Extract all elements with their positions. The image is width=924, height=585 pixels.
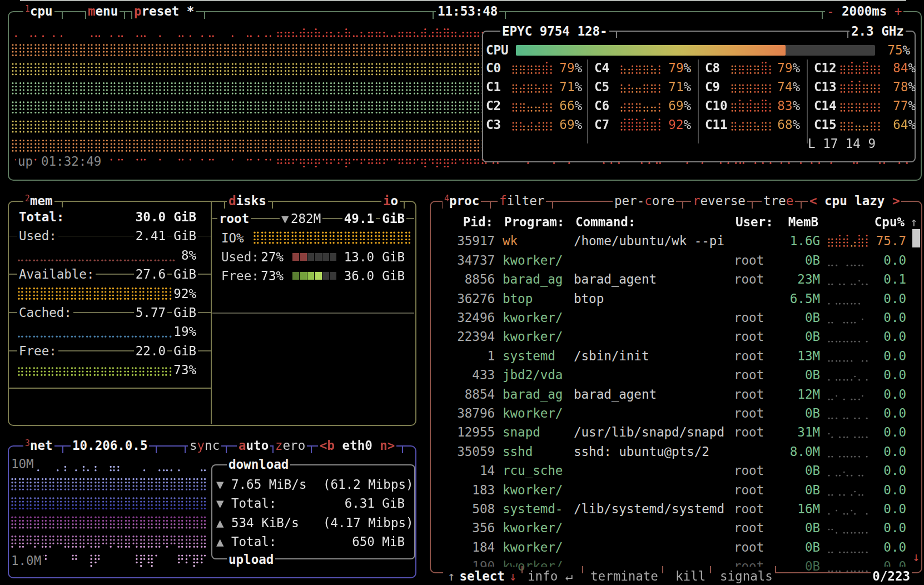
- proc-pid: 34737: [457, 251, 495, 270]
- net-dir-icon: ▲: [215, 532, 226, 551]
- core-percent-sign: %: [792, 80, 800, 94]
- option-pre: tre: [763, 194, 786, 208]
- proc-user: root: [734, 251, 764, 270]
- core-pct-number: 78: [893, 80, 908, 94]
- net-next-iface-button[interactable]: n>: [380, 438, 395, 453]
- proc-mem: 0B: [805, 308, 820, 327]
- cpu-frequency: 2.3 GHz: [850, 22, 906, 41]
- proc-box-title[interactable]: 4proc: [443, 191, 481, 212]
- core-percent-sign: %: [574, 98, 582, 113]
- disk-used-value: 13.0: [342, 247, 376, 266]
- net-sync-button[interactable]: sync: [188, 436, 221, 455]
- mem-row-value: 5.77: [134, 303, 167, 322]
- core-percent-sign: %: [574, 80, 582, 94]
- sort-next-button[interactable]: >: [892, 194, 900, 208]
- option-post: ilter: [507, 194, 545, 208]
- proc-pid: 433: [472, 365, 495, 384]
- footer-stub: [521, 566, 523, 573]
- proc-header-mem[interactable]: MemB: [787, 212, 820, 231]
- core-label-c1: C1: [484, 77, 503, 96]
- proc-pid: 35917: [457, 231, 495, 250]
- proc-program: kworker/: [503, 327, 563, 346]
- proc-user: root: [734, 365, 764, 384]
- io-title[interactable]: io: [381, 191, 400, 210]
- footer-stub: [775, 566, 776, 573]
- core-pct-number: 74: [777, 80, 792, 94]
- proc-program: barad_ag: [503, 385, 563, 404]
- net-zero-button[interactable]: zero: [274, 436, 307, 455]
- core-graph-c0: [511, 60, 555, 76]
- core-graph-c7: [620, 116, 663, 133]
- core-value-c0: 79%: [558, 58, 584, 77]
- proc-header-program[interactable]: Program:: [503, 212, 566, 231]
- proc-user: root: [734, 404, 764, 423]
- proc-program: btop: [503, 289, 533, 308]
- disk-free-pct: 73%: [259, 266, 285, 285]
- proc-command: btop: [574, 289, 604, 308]
- core-label-c8: C8: [703, 58, 722, 77]
- proc-info-enter-icon: ↵: [558, 569, 573, 583]
- interval-control: -2000ms+: [825, 2, 903, 21]
- proc-cpu: 0.1: [883, 270, 906, 289]
- proc-header-pid[interactable]: Pid:: [461, 212, 495, 231]
- core-label-c11: C11: [703, 115, 729, 134]
- proc-info-button[interactable]: info↵: [526, 567, 574, 585]
- proc-mem: 0B: [805, 404, 820, 423]
- menu-button[interactable]: menu: [86, 2, 120, 21]
- core-pct-number: 64: [893, 117, 908, 132]
- preset-label: reset *: [142, 4, 195, 18]
- disks-title[interactable]: disks: [227, 191, 268, 210]
- border-stub: [272, 201, 273, 209]
- preset-button[interactable]: preset *: [132, 2, 196, 21]
- reverse-button[interactable]: reverse: [691, 191, 747, 210]
- core-graph-c11: [731, 116, 774, 133]
- proc-cpu: 0.0: [883, 251, 906, 270]
- divider-line-v: [587, 60, 588, 143]
- proc-header-command[interactable]: Command:: [574, 212, 637, 231]
- proc-user: root: [734, 461, 764, 480]
- core-label-c7: C7: [593, 115, 611, 134]
- disk-used-meter-block: [292, 253, 299, 261]
- proc-select-down-icon[interactable]: ↓: [509, 569, 517, 583]
- tree-button[interactable]: tree: [762, 191, 795, 210]
- interval-increase-button[interactable]: +: [895, 4, 902, 18]
- cpu-box-title[interactable]: 1cpu: [23, 2, 54, 22]
- proc-terminate-button[interactable]: terminate: [589, 567, 660, 585]
- proc-kill-button[interactable]: kill: [674, 567, 707, 585]
- net-auto-button[interactable]: auto: [237, 436, 270, 455]
- proc-program: kworker/: [503, 480, 563, 499]
- proc-signals-button[interactable]: signals: [718, 567, 774, 585]
- proc-scrollbar-thumb[interactable]: [912, 229, 920, 247]
- proc-cpu-meter: [827, 232, 870, 249]
- net-box-title[interactable]: 3net: [23, 436, 54, 457]
- net-total-value: 6.31 GiB: [343, 494, 406, 513]
- proc-cpu: 0.0: [883, 461, 906, 480]
- filter-button[interactable]: filter: [498, 191, 546, 210]
- proc-header-cpu[interactable]: Cpu%: [873, 212, 906, 231]
- net-dir-icon: ▲: [215, 513, 226, 532]
- proc-user: root: [734, 308, 764, 327]
- border-stub: [62, 12, 63, 19]
- disk-free-label: Free:: [220, 266, 261, 285]
- proc-command: barad_agent: [574, 385, 657, 404]
- proc-cpu-meter: [827, 405, 870, 422]
- proc-mem: 31M: [797, 423, 820, 442]
- core-pct-number: 79: [559, 61, 574, 75]
- proc-select-up-icon[interactable]: ↑: [448, 569, 455, 583]
- cpu-total-label: CPU: [484, 41, 510, 60]
- footer-stub: [582, 566, 583, 573]
- proc-header-user[interactable]: User:: [734, 212, 775, 231]
- interval-decrease-button[interactable]: -: [827, 4, 834, 18]
- net-prev-iface-button[interactable]: <b: [320, 438, 335, 453]
- proc-cpu: 75.7: [876, 231, 906, 250]
- border-stub: [490, 201, 491, 209]
- preset-hotkey: p: [134, 4, 142, 18]
- per-core-button[interactable]: per-core: [613, 191, 676, 210]
- border-stub: [224, 201, 225, 209]
- proc-cpu-meter: [827, 558, 870, 574]
- menu-hotkey: m: [88, 4, 96, 18]
- sort-prev-button[interactable]: <: [809, 194, 817, 208]
- proc-cpu-meter: [827, 309, 870, 326]
- footer-stub: [662, 566, 663, 573]
- proc-user: root: [734, 538, 764, 557]
